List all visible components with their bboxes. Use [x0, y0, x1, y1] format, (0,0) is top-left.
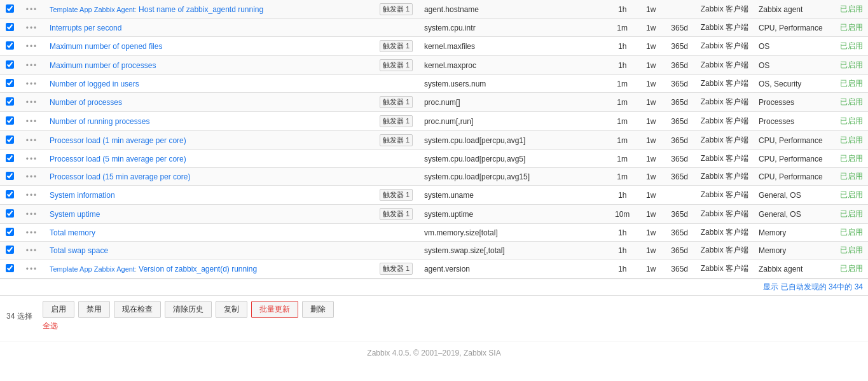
footer-button-删除[interactable]: 删除 [302, 301, 334, 318]
row-checkbox[interactable] [6, 116, 14, 125]
footer-actions: 启用禁用现在检查清除历史复制批量更新删除 全选 [43, 301, 334, 331]
item-name-link[interactable]: Number of running processes [50, 117, 149, 126]
item-name-link[interactable]: Total memory [50, 228, 95, 237]
item-trends [664, 0, 696, 19]
row-actions-dots[interactable]: ••• [26, 42, 38, 51]
item-apps: Memory [754, 224, 830, 242]
item-interval: 1m [607, 93, 638, 112]
row-actions-dots[interactable]: ••• [26, 155, 38, 163]
item-key: system.uname [419, 186, 607, 205]
table-row: •••Number of logged in userssystem.users… [0, 75, 868, 93]
table-row: •••Template App Zabbix Agent: Version of… [0, 260, 868, 279]
row-checkbox[interactable] [6, 4, 14, 13]
item-apps: OS [754, 56, 830, 75]
table-row: •••Template App Zabbix Agent: Host name … [0, 0, 868, 19]
item-key: system.uptime [419, 205, 607, 224]
row-checkbox[interactable] [6, 154, 14, 162]
item-status: 已启用 [840, 79, 863, 88]
item-name-link[interactable]: Version of zabbix_agent(d) running [139, 265, 257, 274]
item-trends: 365d [664, 56, 696, 75]
item-name-link[interactable]: Processor load (1 min average per core) [50, 136, 186, 145]
item-status: 已启用 [840, 97, 863, 106]
row-actions-dots[interactable]: ••• [26, 228, 38, 237]
item-key: system.cpu.load[percpu,avg1] [419, 131, 607, 150]
row-actions-dots[interactable]: ••• [26, 24, 38, 32]
item-interval: 1h [607, 186, 638, 205]
row-actions-dots[interactable]: ••• [26, 5, 38, 14]
template-link[interactable]: Template App Zabbix Agent [50, 6, 135, 13]
row-actions-dots[interactable]: ••• [26, 117, 38, 126]
footer-button-禁用[interactable]: 禁用 [78, 301, 110, 318]
item-name-link[interactable]: System information [50, 191, 115, 200]
item-trends: 365d [664, 224, 696, 242]
footer-button-启用[interactable]: 启用 [43, 301, 74, 318]
item-name-link[interactable]: Processor load (15 min average per core) [50, 172, 190, 181]
row-checkbox[interactable] [6, 190, 14, 198]
item-name-link[interactable]: Host name of zabbix_agentd running [139, 5, 263, 14]
item-apps: CPU, Performance [754, 19, 830, 37]
item-history: 1w [638, 19, 664, 37]
item-name-link[interactable]: Maximum number of opened files [50, 42, 162, 51]
row-actions-dots[interactable]: ••• [26, 172, 38, 181]
item-name-link[interactable]: Interrupts per second [50, 24, 121, 32]
item-interval: 1m [607, 75, 638, 93]
item-status: 已启用 [840, 135, 863, 144]
item-key: system.cpu.load[percpu,avg15] [419, 168, 607, 186]
item-status: 已启用 [840, 116, 863, 125]
select-all-link[interactable]: 全选 [43, 321, 334, 331]
item-name-link[interactable]: Number of processes [50, 98, 122, 107]
item-trends: 365d [664, 37, 696, 56]
item-type: Zabbix 客户端 [696, 75, 754, 93]
table-row: •••System uptime触发器 1system.uptime10m1w3… [0, 205, 868, 224]
item-interval: 1m [607, 150, 638, 168]
footer-button-批量更新[interactable]: 批量更新 [251, 301, 298, 318]
table-row: •••Number of running processes触发器 1proc.… [0, 112, 868, 131]
row-checkbox[interactable] [6, 209, 14, 218]
item-status: 已启用 [840, 264, 863, 273]
row-checkbox[interactable] [6, 60, 14, 69]
item-interval: 1m [607, 168, 638, 186]
item-name-link[interactable]: Number of logged in users [50, 80, 139, 88]
row-actions-dots[interactable]: ••• [26, 136, 38, 145]
item-type: Zabbix 客户端 [696, 150, 754, 168]
item-key: system.users.num [419, 75, 607, 93]
footer-button-现在检查[interactable]: 现在检查 [114, 301, 161, 318]
row-actions-dots[interactable]: ••• [26, 246, 38, 255]
item-key: agent.hostname [419, 0, 607, 19]
footer-button-复制[interactable]: 复制 [216, 301, 247, 318]
row-actions-dots[interactable]: ••• [26, 191, 38, 200]
item-name-link[interactable]: Processor load (5 min average per core) [50, 155, 186, 163]
row-actions-dots[interactable]: ••• [26, 265, 38, 274]
item-status: 已启用 [840, 4, 863, 13]
item-key: vm.memory.size[total] [419, 224, 607, 242]
item-history: 1w [638, 150, 664, 168]
footer-button-清除历史[interactable]: 清除历史 [165, 301, 212, 318]
row-checkbox[interactable] [6, 97, 14, 106]
row-actions-dots[interactable]: ••• [26, 98, 38, 107]
item-key: system.cpu.load[percpu,avg5] [419, 150, 607, 168]
row-actions-dots[interactable]: ••• [26, 80, 38, 88]
item-name-link[interactable]: System uptime [50, 210, 100, 219]
template-link[interactable]: Template App Zabbix Agent [50, 265, 135, 273]
item-trends: 365d [664, 260, 696, 279]
row-checkbox[interactable] [6, 228, 14, 236]
row-checkbox[interactable] [6, 264, 14, 272]
row-checkbox[interactable] [6, 79, 14, 87]
table-row: •••Maximum number of processes触发器 1kerne… [0, 56, 868, 75]
item-history: 1w [638, 37, 664, 56]
row-actions-dots[interactable]: ••• [26, 210, 38, 219]
item-apps: Processes [754, 112, 830, 131]
item-type: Zabbix 客户端 [696, 19, 754, 37]
item-name-link[interactable]: Maximum number of processes [50, 61, 156, 70]
row-checkbox[interactable] [6, 135, 14, 144]
row-checkbox[interactable] [6, 246, 14, 254]
item-name-link[interactable]: Total swap space [50, 246, 108, 255]
row-checkbox[interactable] [6, 172, 14, 180]
item-history: 1w [638, 112, 664, 131]
row-checkbox[interactable] [6, 23, 14, 31]
row-checkbox[interactable] [6, 41, 14, 50]
item-type: Zabbix 客户端 [696, 0, 754, 19]
row-actions-dots[interactable]: ••• [26, 61, 38, 70]
item-trends: 365d [664, 75, 696, 93]
item-apps: Zabbix agent [754, 0, 830, 19]
